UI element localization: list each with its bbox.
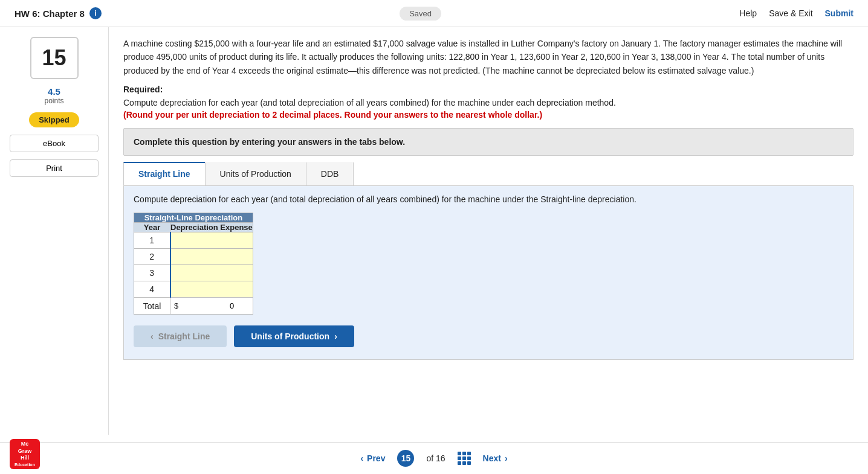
depreciation-input-2[interactable] — [172, 249, 251, 264]
hw-title: HW 6: Chapter 8 — [15, 8, 85, 19]
tabs-container: Straight Line Units of Production DDB — [123, 162, 853, 185]
question-number-box: 15 — [30, 37, 79, 79]
next-arrow-icon: › — [334, 331, 337, 341]
year-cell-1: 1 — [134, 232, 170, 249]
year-cell-3: 3 — [134, 265, 170, 281]
table-row: 2 — [134, 249, 253, 265]
depreciation-input-3[interactable] — [172, 265, 251, 281]
sidebar: 15 4.5 points Skipped eBook Print — [0, 27, 109, 435]
col-year-header: Year — [134, 223, 170, 232]
round-note: (Round your per unit depreciation to 2 d… — [123, 110, 853, 120]
depreciation-input-cell-3 — [170, 265, 253, 281]
total-row: Total $ — [134, 298, 253, 315]
complete-banner: Complete this question by entering your … — [123, 128, 853, 156]
required-label: Required: — [123, 85, 853, 94]
table-title: Straight-Line Depreciation — [134, 213, 253, 223]
ebook-button[interactable]: eBook — [10, 135, 99, 152]
content-area: A machine costing $215,000 with a four-y… — [109, 27, 868, 435]
depreciation-input-cell-4 — [170, 281, 253, 298]
print-button[interactable]: Print — [10, 159, 99, 177]
problem-text: A machine costing $215,000 with a four-y… — [123, 37, 853, 77]
depreciation-table: Straight-Line Depreciation Year Deprecia… — [134, 213, 253, 315]
tab-instruction: Compute depreciation for each year (and … — [134, 194, 843, 204]
prev-tab-button[interactable]: ‹ Straight Line — [134, 325, 227, 347]
tab-ddb[interactable]: DDB — [306, 162, 354, 185]
topbar: HW 6: Chapter 8 i Saved Help Save & Exit… — [0, 0, 868, 27]
total-input[interactable] — [181, 300, 235, 312]
table-row: 3 — [134, 265, 253, 281]
tab-content: Compute depreciation for each year (and … — [123, 185, 853, 360]
points-score: 4.5 points — [44, 86, 63, 105]
col-depreciation-header: Depreciation Expense — [170, 223, 253, 232]
tab-straight-line[interactable]: Straight Line — [123, 162, 206, 185]
depreciation-input-1[interactable] — [172, 232, 251, 248]
table-row: 1 — [134, 232, 253, 249]
dollar-sign: $ — [174, 301, 178, 310]
question-number: 15 — [42, 45, 66, 71]
tab-nav: ‹ Straight Line Units of Production › — [134, 325, 843, 347]
info-icon[interactable]: i — [89, 7, 102, 19]
save-exit-button[interactable]: Save & Exit — [769, 8, 812, 18]
topbar-right: Help Save & Exit Submit — [739, 8, 853, 18]
prev-arrow-icon: ‹ — [151, 331, 154, 341]
help-button[interactable]: Help — [739, 8, 757, 18]
total-label: Total — [134, 298, 170, 315]
topbar-center: Saved — [400, 8, 441, 18]
table-row: 4 — [134, 281, 253, 298]
depreciation-input-4[interactable] — [172, 281, 251, 297]
next-tab-label: Units of Production — [251, 331, 329, 341]
prev-tab-label: Straight Line — [158, 331, 210, 341]
instruction-text: Compute depreciation for each year (and … — [123, 98, 853, 107]
tab-units-of-production[interactable]: Units of Production — [205, 162, 306, 185]
total-value-cell: $ — [170, 298, 253, 315]
submit-button[interactable]: Submit — [825, 8, 853, 18]
next-tab-button[interactable]: Units of Production › — [234, 325, 354, 347]
depreciation-input-cell-1 — [170, 232, 253, 249]
topbar-left: HW 6: Chapter 8 i — [15, 7, 102, 19]
skipped-badge: Skipped — [29, 112, 79, 127]
main-layout: 15 4.5 points Skipped eBook Print A mach… — [0, 27, 868, 435]
year-cell-4: 4 — [134, 281, 170, 298]
saved-badge: Saved — [400, 7, 441, 21]
depreciation-input-cell-2 — [170, 249, 253, 265]
year-cell-2: 2 — [134, 249, 170, 265]
